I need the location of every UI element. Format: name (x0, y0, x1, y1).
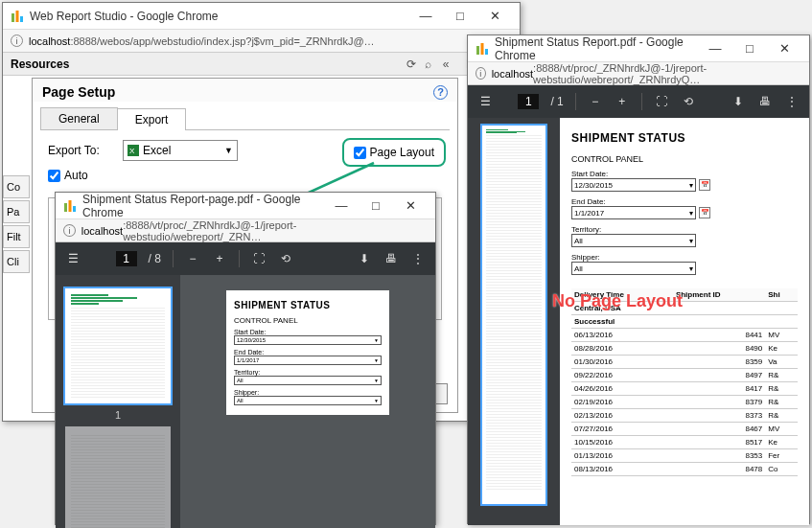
right-title: Shipment Status Report.pdf - Google Chro… (495, 35, 698, 62)
download-icon[interactable]: ⬇ (731, 95, 746, 108)
main-titlebar: Web Report Studio - Google Chrome — □ ✕ (3, 3, 520, 30)
annotation-text: No Page Layout (552, 291, 683, 311)
menu-icon[interactable]: ☰ (477, 95, 493, 108)
export-to-label: Export To: (48, 144, 123, 157)
url-host: localhost (492, 68, 533, 80)
chevron-down-icon: ▼ (374, 378, 379, 383)
side-tab[interactable]: Pa (3, 200, 30, 223)
minimize-button[interactable]: — (324, 195, 359, 218)
svg-rect-7 (69, 200, 72, 212)
chevron-down-icon: ▼ (374, 337, 379, 343)
info-icon[interactable]: i (11, 34, 23, 47)
right-body: SHIPMENT STATUS CONTROL PANEL Start Date… (468, 118, 809, 525)
side-tab[interactable]: Filt (3, 225, 30, 248)
control-panel-label: CONTROL PANEL (234, 316, 382, 325)
end-date-value: 1/1/2017 (237, 357, 259, 363)
auto-label: Auto (64, 169, 88, 182)
svg-rect-8 (73, 206, 76, 212)
start-date-input: 12/30/2015▾ (571, 178, 696, 192)
shipment-table: Delivery Time Shipment ID Shi Central, U… (571, 288, 798, 476)
close-button[interactable]: ✕ (767, 37, 801, 60)
refresh-icon[interactable]: ⟳ (403, 57, 420, 71)
maximize-button[interactable]: □ (732, 37, 767, 60)
url-path: :8888/vt/proc/_ZRNhrdkJ@-1/jreport-webst… (533, 62, 801, 85)
page-view[interactable]: SHIPMENT STATUS CONTROL PANEL Start Date… (180, 275, 435, 528)
tab-general[interactable]: General (40, 107, 118, 129)
svg-text:X: X (129, 147, 135, 155)
table-row: 09/22/20168497R& (571, 369, 798, 382)
chevron-down-icon: ▼ (374, 357, 379, 363)
side-tabs: Co Pa Filt Cli (3, 175, 30, 275)
start-date-input: 12/30/2015▼ (234, 335, 382, 345)
side-tab[interactable]: Cli (3, 250, 30, 273)
thumbnail[interactable] (482, 126, 545, 504)
zoom-in-icon[interactable]: + (212, 252, 227, 265)
table-row: 04/26/20168417R& (571, 382, 798, 396)
rotate-icon[interactable]: ⟲ (278, 252, 293, 265)
dialog-title: Page Setup ? (33, 79, 457, 102)
info-icon[interactable]: i (476, 67, 486, 80)
print-icon[interactable]: 🖶 (757, 95, 773, 108)
dialog-tabs: General Export (40, 107, 450, 130)
table-row: 07/27/20168467MV (571, 423, 798, 436)
tab-export[interactable]: Export (117, 108, 187, 130)
svg-rect-10 (481, 43, 484, 55)
maximize-button[interactable]: □ (359, 195, 393, 218)
more-icon[interactable]: ⋮ (784, 95, 800, 108)
end-date-label: End Date: (234, 349, 382, 356)
app-icon (11, 10, 24, 23)
help-icon[interactable]: ? (433, 85, 448, 100)
export-to-select[interactable]: X Excel ▼ (123, 140, 238, 161)
thumbnail-column[interactable]: 1 2 (56, 275, 180, 528)
print-icon[interactable]: 🖶 (383, 252, 399, 265)
chevron-down-icon: ▾ (689, 209, 693, 218)
fit-page-icon[interactable]: ⛶ (251, 252, 267, 265)
end-date-value: 1/1/2017 (574, 209, 604, 218)
collapse-icon[interactable]: « (437, 57, 454, 71)
fit-page-icon[interactable]: ⛶ (654, 95, 669, 108)
chevron-down-icon: ▼ (374, 398, 379, 403)
close-button[interactable]: ✕ (477, 5, 512, 28)
page-total: 1 (557, 95, 564, 108)
url-path: :8888/webos/app/webstudio/index.jsp?j$vm… (70, 35, 374, 47)
more-icon[interactable]: ⋮ (410, 252, 426, 265)
minimize-button[interactable]: — (698, 37, 732, 60)
rotate-icon[interactable]: ⟲ (681, 95, 696, 108)
page-total: 8 (154, 252, 161, 265)
thumbnail[interactable] (65, 426, 171, 528)
svg-rect-9 (476, 46, 479, 55)
pdf-body: 1 2 SHIPMENT STATUS CONTROL PANEL Start … (56, 275, 435, 528)
col-shipment-id: Shipment ID (673, 288, 765, 302)
start-date-label: Start Date: (571, 170, 798, 178)
minimize-button[interactable]: — (408, 5, 443, 28)
right-urlbar: i localhost :8888/vt/proc/_ZRNhrdkJ@-1/j… (468, 62, 809, 85)
table-row: 02/13/20168373R& (571, 409, 798, 423)
url-host: localhost (81, 225, 123, 237)
page-layout-checkbox[interactable] (354, 147, 366, 159)
pdf-small-title: Shipment Status Report-page.pdf - Google… (82, 193, 324, 219)
auto-checkbox[interactable] (48, 170, 60, 182)
thumbnail-column[interactable] (468, 118, 560, 525)
end-date-input: 1/1/2017▾ (571, 206, 696, 219)
table-row: 01/30/20168359Va (571, 356, 798, 369)
zoom-in-icon[interactable]: + (615, 95, 630, 108)
page-current[interactable]: 1 (116, 251, 137, 266)
shipper-label: Shipper: (234, 389, 382, 396)
close-button[interactable]: ✕ (393, 195, 428, 218)
info-icon[interactable]: i (63, 224, 76, 237)
download-icon[interactable]: ⬇ (357, 252, 372, 265)
chevron-down-icon: ▾ (689, 181, 693, 190)
side-tab[interactable]: Co (3, 175, 30, 198)
territory-value: All (237, 378, 244, 383)
zoom-out-icon[interactable]: − (185, 252, 200, 265)
maximize-button[interactable]: □ (443, 5, 477, 28)
chevron-down-icon: ▾ (689, 237, 693, 245)
search-icon[interactable]: ⌕ (420, 57, 437, 71)
dialog-title-text: Page Setup (42, 84, 115, 100)
menu-icon[interactable]: ☰ (65, 252, 81, 265)
table-row: 06/13/20168441MV (571, 329, 798, 342)
report-title: SHIPMENT STATUS (571, 131, 798, 145)
zoom-out-icon[interactable]: − (588, 95, 603, 108)
page-current[interactable]: 1 (518, 94, 539, 109)
thumbnail[interactable] (65, 288, 171, 403)
